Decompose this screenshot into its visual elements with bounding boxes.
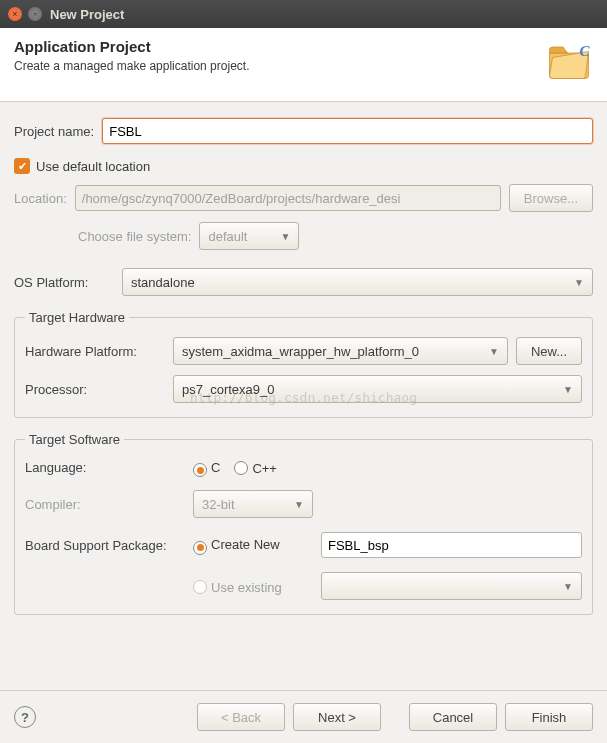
target-hardware-legend: Target Hardware xyxy=(25,310,129,325)
chevron-down-icon: ▼ xyxy=(574,277,584,288)
bsp-label: Board Support Package: xyxy=(25,538,185,553)
cancel-button[interactable]: Cancel xyxy=(409,703,497,731)
language-cpp-radio[interactable]: C++ xyxy=(234,459,277,476)
browse-button: Browse... xyxy=(509,184,593,212)
close-icon[interactable]: × xyxy=(8,7,22,21)
chevron-down-icon: ▼ xyxy=(563,581,573,592)
os-platform-label: OS Platform: xyxy=(14,275,114,290)
radio-checked-icon xyxy=(193,463,207,477)
use-default-location-label: Use default location xyxy=(36,159,150,174)
chevron-down-icon: ▼ xyxy=(563,384,573,395)
finish-button[interactable]: Finish xyxy=(505,703,593,731)
bsp-existing-select: ▼ xyxy=(321,572,582,600)
bsp-name-input[interactable] xyxy=(321,532,582,558)
compiler-select: 32-bit ▼ xyxy=(193,490,313,518)
radio-checked-icon xyxy=(193,541,207,555)
hw-platform-label: Hardware Platform: xyxy=(25,344,165,359)
minimize-icon[interactable]: ▫ xyxy=(28,7,42,21)
radio-disabled-icon xyxy=(193,580,207,594)
language-label: Language: xyxy=(25,460,185,475)
page-title: Application Project xyxy=(14,38,249,55)
new-hw-button[interactable]: New... xyxy=(516,337,582,365)
project-name-label: Project name: xyxy=(14,124,94,139)
bsp-use-existing-radio: Use existing xyxy=(193,578,313,595)
window-titlebar: × ▫ New Project xyxy=(0,0,607,28)
use-default-location-checkbox[interactable]: ✔ xyxy=(14,158,30,174)
window-controls: × ▫ xyxy=(8,7,42,21)
target-hardware-group: Target Hardware Hardware Platform: syste… xyxy=(14,310,593,418)
os-platform-select[interactable]: standalone ▼ xyxy=(122,268,593,296)
wizard-header: Application Project Create a managed mak… xyxy=(0,28,607,102)
back-button: < Back xyxy=(197,703,285,731)
chevron-down-icon: ▼ xyxy=(294,499,304,510)
chevron-down-icon: ▼ xyxy=(489,346,499,357)
svg-text:C: C xyxy=(580,43,591,59)
target-software-group: Target Software Language: C C++ Compiler… xyxy=(14,432,593,615)
location-label: Location: xyxy=(14,191,67,206)
compiler-label: Compiler: xyxy=(25,497,185,512)
page-subtitle: Create a managed make application projec… xyxy=(14,59,249,73)
help-icon[interactable]: ? xyxy=(14,706,36,728)
bsp-create-new-radio[interactable]: Create New xyxy=(193,537,313,553)
processor-select[interactable]: ps7_cortexa9_0 ▼ xyxy=(173,375,582,403)
wizard-button-bar: ? < Back Next > Cancel Finish xyxy=(0,690,607,743)
processor-label: Processor: xyxy=(25,382,165,397)
filesystem-select: default ▼ xyxy=(199,222,299,250)
location-input xyxy=(75,185,501,211)
hw-platform-select[interactable]: system_axidma_wrapper_hw_platform_0 ▼ xyxy=(173,337,508,365)
wizard-banner-icon: C xyxy=(545,38,593,89)
chevron-down-icon: ▼ xyxy=(281,231,291,242)
target-software-legend: Target Software xyxy=(25,432,124,447)
radio-icon xyxy=(234,461,248,475)
next-button[interactable]: Next > xyxy=(293,703,381,731)
project-name-input[interactable] xyxy=(102,118,593,144)
window-title: New Project xyxy=(50,7,124,22)
filesystem-label: Choose file system: xyxy=(78,229,191,244)
language-c-radio[interactable]: C xyxy=(193,460,220,476)
